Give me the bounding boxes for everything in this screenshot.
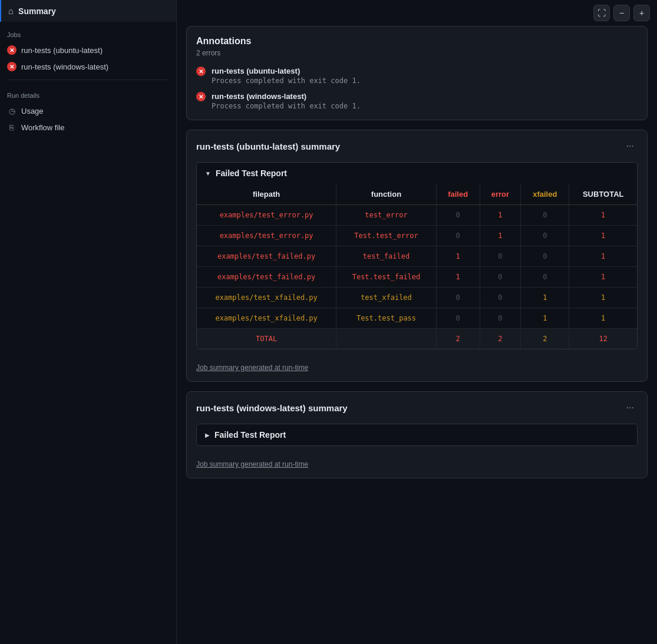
annotation-msg-windows: Process completed with exit code 1. <box>212 102 361 110</box>
windows-report-title: Failed Test Report <box>214 430 286 440</box>
windows-report-header[interactable]: ▶ Failed Test Report <box>197 424 637 445</box>
maximize-button[interactable]: + <box>633 5 650 21</box>
fullscreen-button[interactable]: ⛶ <box>593 5 610 21</box>
top-bar: ⛶ − + <box>177 0 657 26</box>
sidebar-summary-item[interactable]: ⌂ Summary <box>0 0 176 22</box>
windows-more-button[interactable]: ··· <box>623 401 638 414</box>
cell-xfailed: 1 <box>521 288 569 308</box>
table-row: examples/test_error.pyTest.test_error010… <box>197 226 637 246</box>
cell-failed: 0 <box>436 226 480 246</box>
ubuntu-job-summary-link[interactable]: Job summary generated at run-time <box>196 364 308 372</box>
annotations-subtitle: 2 errors <box>196 49 638 57</box>
cell-xfailed: 0 <box>521 246 569 267</box>
cell-error: 0 <box>480 267 521 288</box>
cell-filepath: examples/test_failed.py <box>197 246 336 267</box>
minimize-button[interactable]: − <box>613 5 630 21</box>
annotations-card: Annotations 2 errors ✕ run-tests (ubuntu… <box>186 26 648 120</box>
annotation-content-ubuntu: run-tests (ubuntu-latest) Process comple… <box>212 67 361 85</box>
sidebar-item-ubuntu[interactable]: ✕ run-tests (ubuntu-latest) <box>0 42 176 58</box>
ubuntu-more-button[interactable]: ··· <box>623 140 638 153</box>
cell-xfailed: 0 <box>521 205 569 226</box>
sidebar-item-windows[interactable]: ✕ run-tests (windows-latest) <box>0 58 176 75</box>
error-icon-windows: ✕ <box>7 62 16 71</box>
cell-function <box>336 329 437 349</box>
cell-failed: 0 <box>436 205 480 226</box>
ubuntu-test-table: filepath function failed error xfailed S… <box>197 184 637 349</box>
ubuntu-report-title: Failed Test Report <box>216 169 287 178</box>
ubuntu-report-section: ▼ Failed Test Report filepath function f… <box>196 162 638 349</box>
cell-failed: 0 <box>436 308 480 329</box>
main-content: ⛶ − + Annotations 2 errors ✕ run-tests (… <box>177 0 657 644</box>
col-header-subtotal: SUBTOTAL <box>569 184 637 205</box>
cell-failed: 1 <box>436 267 480 288</box>
windows-summary-card: run-tests (windows-latest) summary ··· ▶… <box>186 391 648 478</box>
col-header-filepath: filepath <box>197 184 336 205</box>
clock-icon: ◷ <box>7 106 16 115</box>
cell-filepath: examples/test_error.py <box>197 205 336 226</box>
cell-filepath: examples/test_xfailed.py <box>197 288 336 308</box>
cell-filepath: TOTAL <box>197 329 336 349</box>
table-row: examples/test_failed.pytest_failed1001 <box>197 246 637 267</box>
col-header-failed: failed <box>436 184 480 205</box>
ubuntu-summary-header: run-tests (ubuntu-latest) summary ··· <box>196 140 638 153</box>
cell-filepath: examples/test_failed.py <box>197 267 336 288</box>
cell-error: 0 <box>480 308 521 329</box>
annotation-job-windows: run-tests (windows-latest) <box>212 92 361 101</box>
sidebar-item-workflow[interactable]: ⎘ Workflow file <box>0 119 176 136</box>
sidebar-usage-label: Usage <box>21 107 44 115</box>
col-header-error: error <box>480 184 521 205</box>
annotation-item-ubuntu: ✕ run-tests (ubuntu-latest) Process comp… <box>196 67 638 85</box>
cell-subtotal: 1 <box>569 246 637 267</box>
collapse-icon-ubuntu: ▼ <box>205 170 211 177</box>
cell-subtotal: 1 <box>569 288 637 308</box>
table-header-row: filepath function failed error xfailed S… <box>197 184 637 205</box>
cell-failed: 0 <box>436 288 480 308</box>
sidebar-job-windows-label: run-tests (windows-latest) <box>21 62 108 71</box>
cell-failed: 1 <box>436 246 480 267</box>
cell-filepath: examples/test_error.py <box>197 226 336 246</box>
cell-function: test_error <box>336 205 437 226</box>
cell-error: 1 <box>480 205 521 226</box>
error-icon-ubuntu: ✕ <box>7 45 16 55</box>
cell-function: Test.test_failed <box>336 267 437 288</box>
table-row: examples/test_xfailed.pytest_xfailed0011 <box>197 288 637 308</box>
cell-subtotal: 1 <box>569 267 637 288</box>
cell-error: 0 <box>480 246 521 267</box>
annotation-item-windows: ✕ run-tests (windows-latest) Process com… <box>196 92 638 110</box>
home-icon: ⌂ <box>8 6 14 16</box>
cell-error: 1 <box>480 226 521 246</box>
table-row: TOTAL22212 <box>197 329 637 349</box>
col-header-xfailed: xfailed <box>521 184 569 205</box>
cell-xfailed: 0 <box>521 267 569 288</box>
sidebar-summary-label: Summary <box>18 6 56 16</box>
annotation-content-windows: run-tests (windows-latest) Process compl… <box>212 92 361 110</box>
table-row: examples/test_xfailed.pyTest.test_pass00… <box>197 308 637 329</box>
cell-function: test_xfailed <box>336 288 437 308</box>
cell-xfailed: 2 <box>521 329 569 349</box>
col-header-function: function <box>336 184 437 205</box>
file-icon: ⎘ <box>7 123 16 132</box>
run-details-label: Run details <box>0 85 176 103</box>
ubuntu-summary-title: run-tests (ubuntu-latest) summary <box>196 141 340 151</box>
windows-job-summary-link[interactable]: Job summary generated at run-time <box>196 460 308 468</box>
sidebar-item-usage[interactable]: ◷ Usage <box>0 103 176 119</box>
table-row: examples/test_error.pytest_error0101 <box>197 205 637 226</box>
windows-summary-title: run-tests (windows-latest) summary <box>196 403 348 413</box>
annotation-job-ubuntu: run-tests (ubuntu-latest) <box>212 67 361 75</box>
cell-error: 0 <box>480 288 521 308</box>
annotation-msg-ubuntu: Process completed with exit code 1. <box>212 77 361 85</box>
sidebar-divider <box>7 80 169 80</box>
ubuntu-report-header[interactable]: ▼ Failed Test Report <box>197 163 637 184</box>
table-row: examples/test_failed.pyTest.test_failed1… <box>197 267 637 288</box>
error-icon-annotation-ubuntu: ✕ <box>196 67 206 76</box>
cell-subtotal: 1 <box>569 308 637 329</box>
windows-report-section: ▶ Failed Test Report <box>196 424 638 446</box>
cell-function: Test.test_error <box>336 226 437 246</box>
sidebar-job-ubuntu-label: run-tests (ubuntu-latest) <box>21 46 103 55</box>
annotations-title: Annotations <box>196 36 638 47</box>
cell-function: Test.test_pass <box>336 308 437 329</box>
error-icon-annotation-windows: ✕ <box>196 92 206 101</box>
sidebar: ⌂ Summary Jobs ✕ run-tests (ubuntu-lates… <box>0 0 177 644</box>
expand-icon-windows: ▶ <box>205 432 210 438</box>
cell-xfailed: 0 <box>521 226 569 246</box>
